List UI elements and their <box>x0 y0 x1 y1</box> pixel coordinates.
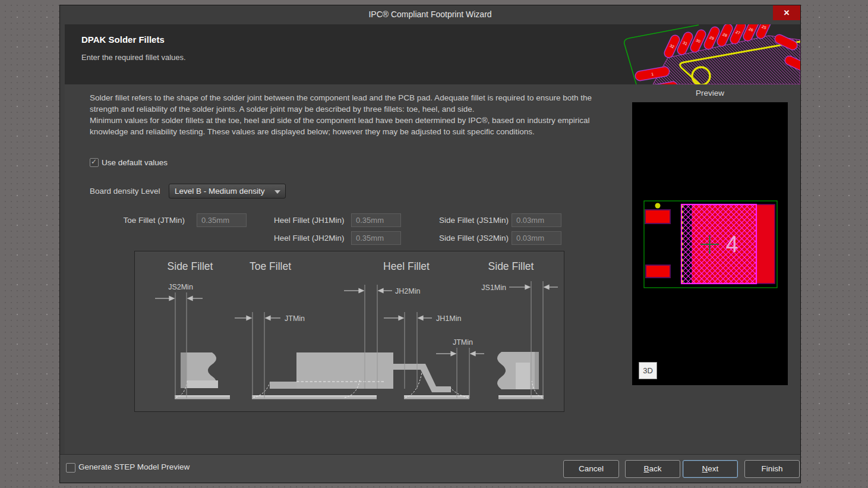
pad-designator: 4 <box>725 232 738 257</box>
dialog-titlebar[interactable]: IPC® Compliant Footprint Wizard ✕ <box>60 5 800 23</box>
back-button[interactable]: Back <box>625 460 680 478</box>
heel-fillet-jh2-input[interactable] <box>351 231 401 245</box>
heel-fillet-jh2-label: Heel Fillet (JH2Min) <box>274 231 344 245</box>
cancel-button[interactable]: Cancel <box>563 460 619 478</box>
dialog-footer: Generate STEP Model Preview Cancel Back … <box>60 454 800 483</box>
dimension-arrows <box>155 285 558 356</box>
page-subtitle: Enter the required fillet values. <box>81 53 186 62</box>
desktop-background: IPC® Compliant Footprint Wizard ✕ DPAK S… <box>0 0 868 488</box>
board-density-value: Level B - Medium density <box>175 184 265 198</box>
page-title: DPAK Solder Fillets <box>81 34 165 45</box>
diagram-title-side-left: Side Fillet <box>168 260 213 272</box>
side-fillet-js1-label: Side Fillet (JS1Min) <box>439 213 506 227</box>
dialog-title: IPC® Compliant Footprint Wizard <box>60 5 800 23</box>
wizard-content: Solder fillet refers to the shape of the… <box>65 84 800 455</box>
preview-canvas[interactable]: 4 3D <box>632 102 788 385</box>
finish-button[interactable]: Finish <box>744 460 800 478</box>
toe-fillet-label: Toe Fillet (JTMin) <box>119 213 185 227</box>
fillet-diagram-box: Side Fillet Toe Fillet Heel Fillet Side … <box>134 251 564 412</box>
side-fillet-js2-input[interactable] <box>512 231 561 245</box>
diagram-title-toe: Toe Fillet <box>250 260 291 272</box>
fillet-diagram: Side Fillet Toe Fillet Heel Fillet Side … <box>135 251 564 411</box>
chevron-down-icon <box>274 190 280 194</box>
toe-fillet-input[interactable] <box>197 213 247 227</box>
pin1-marker-dot <box>655 203 661 209</box>
heel-fillet-jh1-label: Heel Fillet (JH1Min) <box>274 213 344 227</box>
dim-label-js1min: JS1Min <box>481 284 506 292</box>
ipc-footprint-wizard-dialog: IPC® Compliant Footprint Wizard ✕ DPAK S… <box>59 5 801 483</box>
lead-pad-2 <box>646 265 670 278</box>
view-3d-button[interactable]: 3D <box>639 362 657 379</box>
checkmark-icon: ✓ <box>91 158 97 166</box>
generate-step-checkbox[interactable] <box>66 463 75 473</box>
wizard-header: DPAK Solder Fillets Enter the required f… <box>65 24 800 84</box>
dim-label-jh2min: JH2Min <box>395 287 420 295</box>
use-default-values-label: Use default values <box>102 158 168 167</box>
lead-shapes <box>175 352 544 399</box>
preview-title: Preview <box>632 89 788 97</box>
dim-label-jtmin-toe: JTMin <box>285 314 305 323</box>
footprint-corner-art: 32 31 30 29 28 27 26 25 1 <box>620 24 800 84</box>
next-button[interactable]: Next <box>683 460 738 478</box>
footprint-preview: 4 <box>632 102 788 385</box>
diagram-title-heel: Heel Fillet <box>383 260 430 272</box>
generate-step-label: Generate STEP Model Preview <box>78 462 190 471</box>
heel-fillet-jh1-input[interactable] <box>351 213 401 227</box>
use-default-values-checkbox[interactable]: ✓ <box>90 158 99 167</box>
diagram-title-side-right: Side Fillet <box>488 260 534 272</box>
lead-pad-1 <box>645 210 670 223</box>
board-density-label: Board density Level <box>90 184 160 199</box>
side-fillet-js1-input[interactable] <box>512 213 561 227</box>
intro-paragraph-2: Minimum values for solder fillets at the… <box>90 115 605 137</box>
close-button[interactable]: ✕ <box>773 5 800 20</box>
intro-paragraph-1: Solder fillet refers to the shape of the… <box>90 92 605 115</box>
dim-label-jh1min: JH1Min <box>436 314 461 323</box>
side-fillet-js2-label: Side Fillet (JS2Min) <box>439 231 506 245</box>
dim-label-jtmin-heel: JTMin <box>453 338 473 347</box>
dim-label-js2min: JS2Min <box>168 283 193 291</box>
close-icon: ✕ <box>784 8 790 17</box>
board-density-dropdown[interactable]: Level B - Medium density <box>169 184 286 199</box>
